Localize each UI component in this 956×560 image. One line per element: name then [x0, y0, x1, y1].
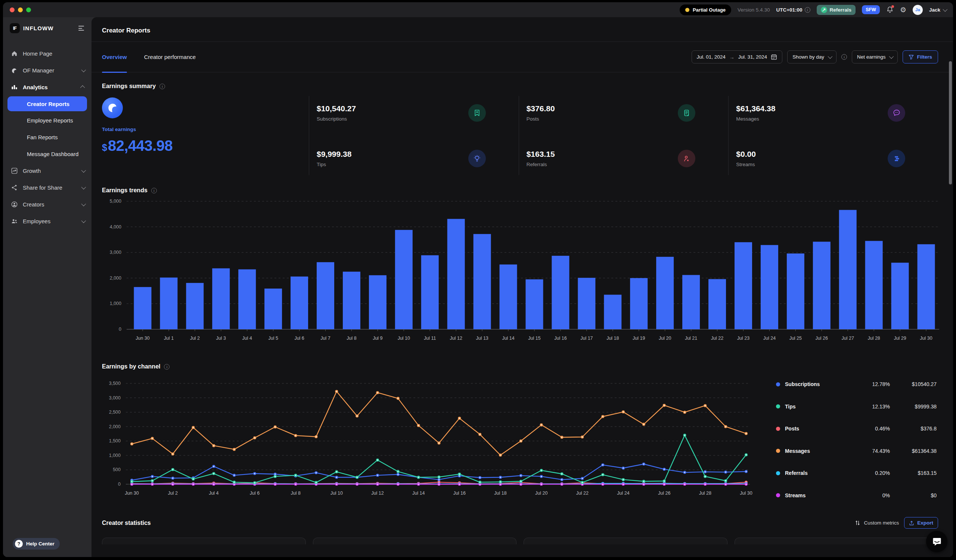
- user-menu[interactable]: Jack: [929, 7, 946, 13]
- user-avatar[interactable]: Ja: [913, 5, 923, 15]
- svg-text:3,000: 3,000: [109, 395, 121, 401]
- bar-jul-19[interactable]: [630, 278, 648, 329]
- sidebar-item-creators[interactable]: Creators: [3, 196, 91, 213]
- earnings-summary-heading: Earnings summary i: [102, 83, 938, 89]
- earnings-type-select[interactable]: Net earnings: [852, 50, 898, 63]
- bar-jun-30[interactable]: [134, 287, 151, 329]
- bar-jul-29[interactable]: [892, 263, 909, 329]
- svg-text:Jul 17: Jul 17: [580, 336, 593, 341]
- bar-jul-6[interactable]: [291, 277, 308, 329]
- bar-jul-11[interactable]: [421, 256, 439, 329]
- date-range-picker[interactable]: Jul. 01, 2024 → Jul. 31, 2024: [692, 50, 783, 63]
- document-icon: [678, 104, 695, 122]
- sidebar-item-of-manager[interactable]: OF Manager: [3, 62, 91, 79]
- shown-by-info-icon[interactable]: i: [841, 54, 847, 60]
- sidebar-item-employee-reports[interactable]: Employee Reports: [3, 112, 91, 129]
- legend-row-referrals[interactable]: Referrals0.20%$163.15: [776, 470, 937, 476]
- bar-jul-1[interactable]: [160, 278, 178, 329]
- svg-text:4,000: 4,000: [110, 224, 121, 230]
- sidebar-item-message-dashboard[interactable]: Message Dashboard: [3, 146, 91, 162]
- bar-jul-4[interactable]: [238, 269, 256, 329]
- bar-jul-5[interactable]: [264, 289, 282, 329]
- tab-creator-performance[interactable]: Creator performance: [144, 42, 196, 72]
- bar-jul-3[interactable]: [212, 268, 230, 329]
- help-icon: ?: [15, 540, 23, 548]
- svg-text:Jul 30: Jul 30: [740, 491, 752, 496]
- bar-jul-9[interactable]: [369, 275, 387, 329]
- sidebar-item-share-for-share[interactable]: Share for Share: [3, 179, 91, 196]
- svg-text:Jul 4: Jul 4: [209, 491, 219, 496]
- bar-jul-25[interactable]: [787, 254, 804, 329]
- info-icon[interactable]: i: [164, 364, 170, 370]
- legend-dot-icon: [776, 427, 780, 431]
- scrollbar-thumb[interactable]: [949, 61, 952, 184]
- legend-row-messages[interactable]: Messages74.43%$61364.38: [776, 448, 937, 454]
- bar-jul-17[interactable]: [578, 278, 595, 329]
- summary-stat-streams: $0.00Streams: [736, 144, 938, 173]
- info-icon[interactable]: i: [159, 84, 165, 89]
- info-icon[interactable]: i: [151, 188, 157, 193]
- bar-jul-16[interactable]: [552, 256, 569, 329]
- notifications-bell-icon[interactable]: [886, 6, 894, 13]
- bar-jul-15[interactable]: [526, 279, 543, 329]
- system-status-pill[interactable]: Partial Outage: [680, 5, 731, 15]
- legend-row-streams[interactable]: Streams0%$0: [776, 493, 937, 499]
- legend-row-tips[interactable]: Tips12.13%$9999.38: [776, 403, 937, 409]
- chat-bubble-icon: [888, 104, 905, 122]
- svg-text:3,500: 3,500: [109, 381, 121, 386]
- bar-jul-10[interactable]: [395, 230, 413, 329]
- zoom-window-button[interactable]: [26, 8, 31, 12]
- svg-text:Jul 14: Jul 14: [502, 336, 514, 341]
- bar-jul-30[interactable]: [918, 244, 935, 329]
- chat-widget-button[interactable]: [926, 531, 947, 552]
- minimize-window-button[interactable]: [18, 8, 23, 12]
- bar-jul-20[interactable]: [656, 257, 674, 329]
- svg-text:Jul 23: Jul 23: [737, 336, 750, 341]
- svg-text:Jul 29: Jul 29: [894, 336, 906, 341]
- svg-text:Jul 21: Jul 21: [685, 336, 697, 341]
- referral-arrow-icon: ↗: [821, 7, 827, 13]
- sidebar-item-creator-reports[interactable]: Creator Reports: [8, 96, 87, 111]
- sidebar-item-home-page[interactable]: Home Page: [3, 45, 91, 62]
- shown-by-select[interactable]: Shown by day: [787, 50, 836, 63]
- bar-jul-8[interactable]: [343, 272, 360, 329]
- custom-metrics-button[interactable]: Custom metrics: [855, 520, 899, 525]
- legend-row-subscriptions[interactable]: Subscriptions12.78%$10540.27: [776, 381, 937, 387]
- bar-jul-24[interactable]: [761, 245, 778, 329]
- tab-overview[interactable]: Overview: [102, 42, 127, 72]
- brand-name: INFLOWW: [23, 25, 54, 31]
- svg-text:Jul 3: Jul 3: [216, 336, 226, 341]
- sidebar-item-analytics[interactable]: Analytics: [3, 79, 91, 96]
- svg-text:Jul 18: Jul 18: [494, 491, 506, 496]
- bar-jul-26[interactable]: [813, 242, 830, 329]
- bar-jul-27[interactable]: [839, 210, 857, 329]
- bar-jul-13[interactable]: [473, 234, 491, 329]
- bar-jul-14[interactable]: [500, 264, 517, 329]
- svg-text:0: 0: [119, 327, 121, 332]
- timezone-info-icon[interactable]: i: [805, 7, 810, 13]
- referrals-button[interactable]: ↗ Referrals: [817, 5, 856, 15]
- sidebar-item-fan-reports[interactable]: Fan Reports: [3, 129, 91, 146]
- bar-jul-28[interactable]: [865, 241, 883, 329]
- bar-jul-2[interactable]: [186, 283, 203, 329]
- filters-button[interactable]: Filters: [903, 50, 938, 63]
- settings-gear-icon[interactable]: ⚙: [900, 6, 906, 13]
- sidebar-collapse-icon[interactable]: [77, 24, 85, 32]
- close-window-button[interactable]: [10, 8, 14, 12]
- bar-jul-7[interactable]: [317, 262, 334, 329]
- sidebar-item-growth[interactable]: Growth: [3, 162, 91, 179]
- sfw-toggle[interactable]: SFW: [862, 5, 880, 14]
- svg-text:1,500: 1,500: [109, 438, 121, 444]
- bar-jul-22[interactable]: [708, 279, 726, 329]
- sidebar-nav: Home PageOF ManagerAnalyticsCreator Repo…: [3, 45, 91, 230]
- sidebar-item-employees[interactable]: Employees: [3, 213, 91, 230]
- help-center-button[interactable]: ? Help Center: [13, 538, 60, 549]
- export-button[interactable]: Export: [904, 517, 938, 529]
- bar-jul-18[interactable]: [604, 295, 621, 329]
- bar-jul-12[interactable]: [447, 219, 465, 329]
- legend-row-posts[interactable]: Posts0.46%$376.8: [776, 426, 937, 431]
- bar-jul-21[interactable]: [682, 275, 700, 329]
- bar-jul-23[interactable]: [734, 242, 752, 329]
- export-icon: [909, 521, 914, 525]
- summary-stat-referrals: $163.15Referrals: [527, 144, 729, 173]
